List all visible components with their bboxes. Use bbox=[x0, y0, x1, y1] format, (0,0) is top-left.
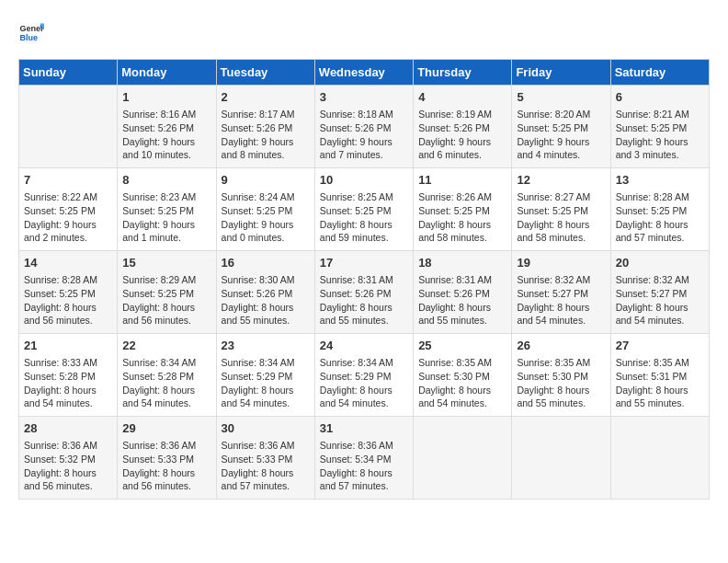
day-cell: 29Sunrise: 8:36 AM Sunset: 5:33 PM Dayli… bbox=[118, 417, 216, 500]
day-cell: 18Sunrise: 8:31 AM Sunset: 5:26 PM Dayli… bbox=[414, 251, 512, 334]
day-cell: 28Sunrise: 8:36 AM Sunset: 5:32 PM Dayli… bbox=[19, 417, 118, 500]
week-row-4: 28Sunrise: 8:36 AM Sunset: 5:32 PM Dayli… bbox=[19, 417, 710, 500]
day-info: Sunrise: 8:16 AM Sunset: 5:26 PM Dayligh… bbox=[122, 108, 210, 162]
day-number: 16 bbox=[222, 255, 310, 271]
week-row-1: 7Sunrise: 8:22 AM Sunset: 5:25 PM Daylig… bbox=[19, 168, 710, 251]
day-cell: 15Sunrise: 8:29 AM Sunset: 5:25 PM Dayli… bbox=[118, 251, 216, 334]
logo-icon: General Blue bbox=[18, 18, 44, 44]
day-info: Sunrise: 8:25 AM Sunset: 5:25 PM Dayligh… bbox=[320, 190, 408, 245]
day-info: Sunrise: 8:28 AM Sunset: 5:25 PM Dayligh… bbox=[24, 273, 112, 327]
day-number: 22 bbox=[122, 338, 210, 354]
day-cell: 5Sunrise: 8:20 AM Sunset: 5:25 PM Daylig… bbox=[512, 86, 610, 168]
day-number: 25 bbox=[418, 338, 506, 354]
day-cell bbox=[414, 417, 512, 500]
header: General Blue bbox=[18, 18, 710, 44]
day-cell: 17Sunrise: 8:31 AM Sunset: 5:26 PM Dayli… bbox=[314, 251, 413, 334]
day-number: 18 bbox=[418, 255, 506, 271]
logo: General Blue bbox=[18, 18, 44, 44]
day-cell: 30Sunrise: 8:36 AM Sunset: 5:33 PM Dayli… bbox=[216, 417, 314, 500]
day-number: 4 bbox=[418, 89, 506, 106]
day-info: Sunrise: 8:32 AM Sunset: 5:27 PM Dayligh… bbox=[616, 273, 704, 327]
day-cell: 14Sunrise: 8:28 AM Sunset: 5:25 PM Dayli… bbox=[19, 251, 118, 334]
day-number: 15 bbox=[122, 255, 210, 271]
day-info: Sunrise: 8:27 AM Sunset: 5:25 PM Dayligh… bbox=[517, 190, 605, 245]
day-cell bbox=[19, 86, 118, 168]
day-number: 29 bbox=[122, 420, 210, 437]
day-info: Sunrise: 8:36 AM Sunset: 5:33 PM Dayligh… bbox=[222, 439, 310, 493]
day-cell: 2Sunrise: 8:17 AM Sunset: 5:26 PM Daylig… bbox=[216, 86, 314, 168]
day-number: 3 bbox=[320, 89, 408, 106]
day-info: Sunrise: 8:36 AM Sunset: 5:34 PM Dayligh… bbox=[320, 439, 408, 493]
day-info: Sunrise: 8:26 AM Sunset: 5:25 PM Dayligh… bbox=[418, 190, 506, 245]
day-info: Sunrise: 8:22 AM Sunset: 5:25 PM Dayligh… bbox=[24, 190, 112, 245]
day-info: Sunrise: 8:19 AM Sunset: 5:26 PM Dayligh… bbox=[418, 108, 506, 162]
day-number: 5 bbox=[517, 89, 605, 106]
day-number: 13 bbox=[616, 172, 704, 189]
day-cell: 26Sunrise: 8:35 AM Sunset: 5:30 PM Dayli… bbox=[512, 334, 610, 417]
day-number: 21 bbox=[24, 338, 112, 354]
day-number: 7 bbox=[24, 172, 112, 189]
day-cell: 3Sunrise: 8:18 AM Sunset: 5:26 PM Daylig… bbox=[314, 86, 413, 168]
day-cell: 24Sunrise: 8:34 AM Sunset: 5:29 PM Dayli… bbox=[314, 334, 413, 417]
day-number: 24 bbox=[320, 338, 408, 354]
header-cell-sunday: Sunday bbox=[19, 60, 118, 86]
week-row-2: 14Sunrise: 8:28 AM Sunset: 5:25 PM Dayli… bbox=[19, 251, 710, 334]
day-cell: 31Sunrise: 8:36 AM Sunset: 5:34 PM Dayli… bbox=[314, 417, 413, 500]
day-cell bbox=[610, 417, 709, 500]
day-info: Sunrise: 8:18 AM Sunset: 5:26 PM Dayligh… bbox=[320, 108, 408, 162]
day-number: 30 bbox=[222, 420, 310, 437]
day-number: 26 bbox=[517, 338, 605, 354]
day-number: 8 bbox=[122, 172, 210, 189]
day-number: 1 bbox=[122, 89, 210, 106]
calendar-body: 1Sunrise: 8:16 AM Sunset: 5:26 PM Daylig… bbox=[19, 86, 710, 500]
day-cell: 21Sunrise: 8:33 AM Sunset: 5:28 PM Dayli… bbox=[19, 334, 118, 417]
svg-text:Blue: Blue bbox=[19, 33, 38, 42]
day-number: 2 bbox=[222, 89, 310, 106]
day-info: Sunrise: 8:21 AM Sunset: 5:25 PM Dayligh… bbox=[616, 108, 704, 162]
day-info: Sunrise: 8:17 AM Sunset: 5:26 PM Dayligh… bbox=[222, 108, 310, 162]
header-cell-saturday: Saturday bbox=[610, 60, 709, 86]
day-info: Sunrise: 8:28 AM Sunset: 5:25 PM Dayligh… bbox=[616, 190, 704, 245]
day-cell: 25Sunrise: 8:35 AM Sunset: 5:30 PM Dayli… bbox=[414, 334, 512, 417]
header-cell-friday: Friday bbox=[512, 60, 610, 86]
day-cell: 12Sunrise: 8:27 AM Sunset: 5:25 PM Dayli… bbox=[512, 168, 610, 251]
day-number: 14 bbox=[24, 255, 112, 271]
day-info: Sunrise: 8:31 AM Sunset: 5:26 PM Dayligh… bbox=[418, 273, 506, 327]
day-number: 27 bbox=[616, 338, 704, 354]
day-info: Sunrise: 8:31 AM Sunset: 5:26 PM Dayligh… bbox=[320, 273, 408, 327]
day-info: Sunrise: 8:36 AM Sunset: 5:32 PM Dayligh… bbox=[24, 439, 112, 493]
day-number: 31 bbox=[320, 420, 408, 437]
day-info: Sunrise: 8:23 AM Sunset: 5:25 PM Dayligh… bbox=[122, 190, 210, 245]
day-number: 12 bbox=[517, 172, 605, 189]
day-cell: 6Sunrise: 8:21 AM Sunset: 5:25 PM Daylig… bbox=[610, 86, 709, 168]
day-info: Sunrise: 8:35 AM Sunset: 5:30 PM Dayligh… bbox=[418, 356, 506, 410]
day-number: 28 bbox=[24, 420, 112, 437]
day-info: Sunrise: 8:36 AM Sunset: 5:33 PM Dayligh… bbox=[122, 439, 210, 493]
week-row-0: 1Sunrise: 8:16 AM Sunset: 5:26 PM Daylig… bbox=[19, 86, 710, 168]
day-cell: 11Sunrise: 8:26 AM Sunset: 5:25 PM Dayli… bbox=[414, 168, 512, 251]
day-cell bbox=[512, 417, 610, 500]
day-number: 17 bbox=[320, 255, 408, 271]
day-cell: 22Sunrise: 8:34 AM Sunset: 5:28 PM Dayli… bbox=[118, 334, 216, 417]
day-info: Sunrise: 8:34 AM Sunset: 5:29 PM Dayligh… bbox=[320, 356, 408, 410]
calendar-header: SundayMondayTuesdayWednesdayThursdayFrid… bbox=[19, 60, 710, 86]
day-cell: 19Sunrise: 8:32 AM Sunset: 5:27 PM Dayli… bbox=[512, 251, 610, 334]
day-cell: 13Sunrise: 8:28 AM Sunset: 5:25 PM Dayli… bbox=[610, 168, 709, 251]
day-number: 20 bbox=[616, 255, 704, 271]
day-number: 9 bbox=[222, 172, 310, 189]
header-cell-monday: Monday bbox=[118, 60, 216, 86]
day-number: 19 bbox=[517, 255, 605, 271]
day-info: Sunrise: 8:35 AM Sunset: 5:30 PM Dayligh… bbox=[517, 356, 605, 410]
day-info: Sunrise: 8:35 AM Sunset: 5:31 PM Dayligh… bbox=[616, 356, 704, 410]
day-cell: 1Sunrise: 8:16 AM Sunset: 5:26 PM Daylig… bbox=[118, 86, 216, 168]
header-cell-thursday: Thursday bbox=[414, 60, 512, 86]
day-cell: 8Sunrise: 8:23 AM Sunset: 5:25 PM Daylig… bbox=[118, 168, 216, 251]
day-info: Sunrise: 8:33 AM Sunset: 5:28 PM Dayligh… bbox=[24, 356, 112, 410]
day-cell: 16Sunrise: 8:30 AM Sunset: 5:26 PM Dayli… bbox=[216, 251, 314, 334]
header-cell-tuesday: Tuesday bbox=[216, 60, 314, 86]
day-number: 6 bbox=[616, 89, 704, 106]
header-row: SundayMondayTuesdayWednesdayThursdayFrid… bbox=[19, 60, 710, 86]
day-cell: 7Sunrise: 8:22 AM Sunset: 5:25 PM Daylig… bbox=[19, 168, 118, 251]
day-number: 10 bbox=[320, 172, 408, 189]
day-number: 11 bbox=[418, 172, 506, 189]
